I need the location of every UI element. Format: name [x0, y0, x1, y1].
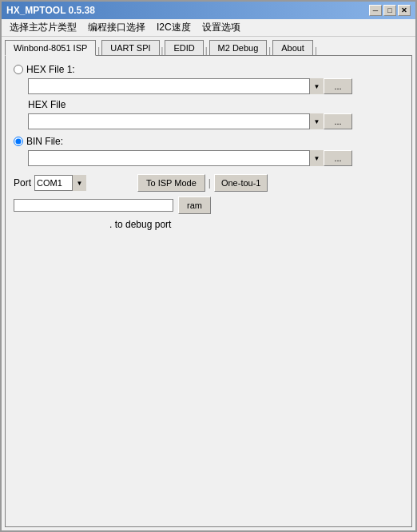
tab-winbond[interactable]: Winbond-8051 ISP	[5, 40, 96, 56]
tab-bar: Winbond-8051 ISP | UART SPI | EDID | M2 …	[5, 40, 412, 56]
port-dropdown: COM1 COM2 COM3 COM4 ▼	[34, 175, 86, 191]
bin-input-row: ▼ ...	[28, 150, 403, 166]
hex-file-label: HEX File	[28, 99, 66, 110]
hex1-radio-label: HEX File 1:	[26, 64, 75, 75]
title-bar-buttons: ─ □ ✕	[369, 5, 411, 16]
port-label: Port	[14, 177, 31, 189]
sep3: |	[204, 46, 209, 55]
close-button[interactable]: ✕	[398, 5, 411, 16]
window-title: HX_MPTOOL 0.5.38	[6, 5, 95, 16]
bin-radio-label: BIN File:	[26, 136, 63, 147]
tab-about[interactable]: About	[272, 40, 313, 55]
main-window: HX_MPTOOL 0.5.38 ─ □ ✕ 选择主芯片类型 编程接口选择 I2…	[0, 0, 417, 532]
hex1-section: HEX File 1:	[14, 64, 403, 75]
debug-row: . to debug port	[109, 219, 403, 230]
menu-port-select[interactable]: 编程接口选择	[83, 19, 150, 36]
sep2: |	[160, 46, 165, 55]
one-touch-button[interactable]: One-tou-1	[214, 174, 268, 192]
maximize-button[interactable]: □	[383, 5, 396, 16]
debug-label: . to debug port	[109, 219, 171, 230]
bin-input[interactable]	[28, 150, 324, 166]
minimize-button[interactable]: ─	[369, 5, 382, 16]
bin-browse-button[interactable]: ...	[324, 150, 352, 166]
tab-content-winbond: HEX File 1: ▼ ... HEX File ▼ ...	[5, 56, 412, 527]
hex-browse-button[interactable]: ...	[324, 113, 352, 129]
hex1-browse-button[interactable]: ...	[324, 78, 352, 94]
ram-button[interactable]: ram	[178, 197, 211, 214]
isp-separator: |	[208, 177, 211, 189]
port-select[interactable]: COM1 COM2 COM3 COM4	[34, 175, 86, 191]
title-bar: HX_MPTOOL 0.5.38 ─ □ ✕	[2, 2, 415, 19]
bin-section: BIN File:	[14, 136, 403, 147]
tab-uart-spi[interactable]: UART SPI	[101, 40, 159, 55]
hex1-input[interactable]	[28, 78, 324, 94]
bin-dropdown: ▼	[28, 150, 324, 166]
menu-settings[interactable]: 设置选项	[197, 19, 245, 36]
tab-m2-debug[interactable]: M2 Debug	[209, 40, 268, 55]
hex-input[interactable]	[28, 113, 324, 129]
progress-row: ram	[14, 197, 403, 214]
menu-bar: 选择主芯片类型 编程接口选择 I2C速度 设置选项	[2, 19, 415, 37]
hex1-radio[interactable]	[14, 65, 23, 74]
port-row: Port COM1 COM2 COM3 COM4 ▼ To ISP Mode |…	[14, 174, 403, 192]
hex1-input-row: ▼ ...	[28, 78, 403, 94]
hex1-dropdown: ▼	[28, 78, 324, 94]
hex-input-row: ▼ ...	[28, 113, 403, 129]
sep4: |	[267, 46, 272, 55]
blank-area	[14, 230, 403, 470]
hex-file-section: HEX File	[28, 99, 403, 110]
hex-dropdown: ▼	[28, 113, 324, 129]
menu-chip-select[interactable]: 选择主芯片类型	[5, 19, 81, 36]
bin-radio[interactable]	[14, 137, 23, 146]
menu-i2c-speed[interactable]: I2C速度	[152, 19, 196, 36]
sep1: |	[96, 46, 101, 55]
sep5: |	[313, 46, 319, 55]
tab-edid[interactable]: EDID	[165, 40, 203, 55]
content-area: Winbond-8051 ISP | UART SPI | EDID | M2 …	[2, 37, 415, 530]
isp-mode-button[interactable]: To ISP Mode	[137, 174, 205, 192]
progress-bar	[14, 199, 173, 212]
